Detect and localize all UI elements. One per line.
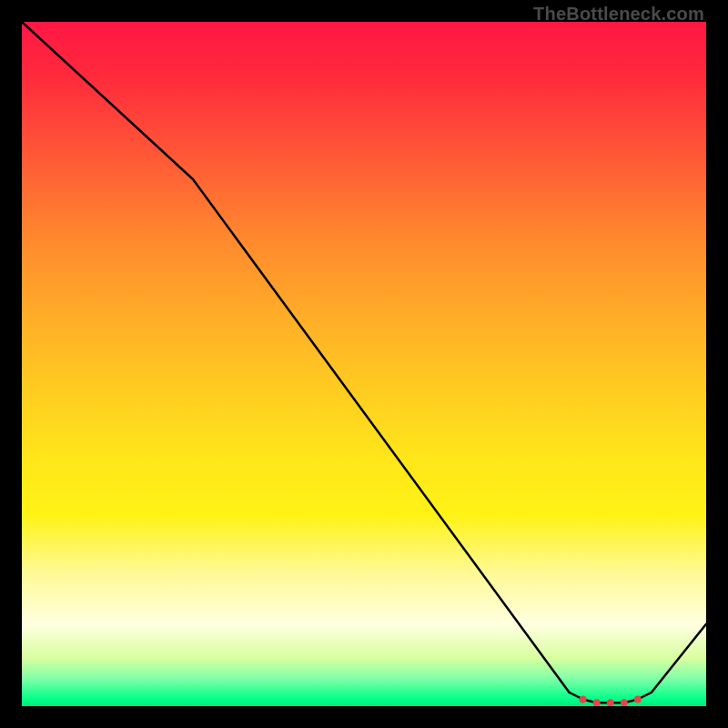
data-marker <box>580 696 587 703</box>
data-marker <box>621 699 628 706</box>
data-marker <box>593 699 601 706</box>
chart-line-group <box>22 22 706 703</box>
plot-area <box>22 22 706 706</box>
watermark-text: TheBottleneck.com <box>533 4 704 25</box>
data-marker <box>607 699 614 706</box>
data-marker <box>634 696 642 703</box>
line-chart <box>22 22 706 706</box>
chart-frame: TheBottleneck.com <box>0 0 728 728</box>
bottleneck-curve-line <box>22 22 706 703</box>
